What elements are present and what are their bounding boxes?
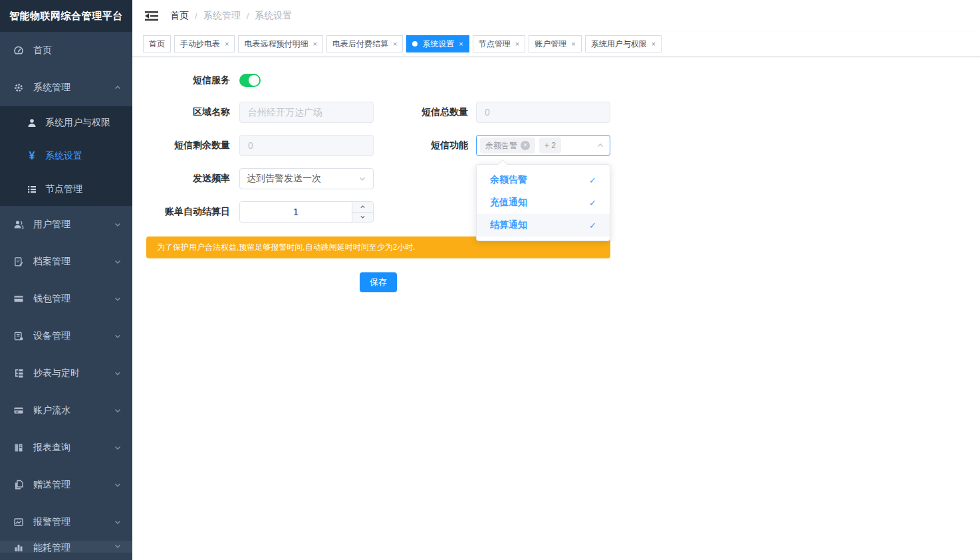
sidebar-item-label: 档案管理 — [33, 256, 70, 268]
tab-postpay-settle[interactable]: 电表后付费结算× — [326, 35, 403, 52]
tab-label: 系统用户与权限 — [591, 39, 647, 50]
send-frequency-select[interactable]: 达到告警发送一次 — [239, 168, 374, 189]
sidebar: 智能物联网综合管理平台 首页 系统管理 系统用户与权限 ¥ 系统设置 节点管理 … — [0, 0, 132, 560]
sidebar-item-node-mgmt[interactable]: 节点管理 — [0, 173, 132, 206]
close-tab-icon[interactable]: × — [312, 41, 316, 48]
chevron-down-icon — [114, 369, 122, 377]
breadcrumb-home[interactable]: 首页 — [170, 10, 189, 22]
sms-function-dropdown: 余额告警✓ 充值通知✓ 结算通知✓ — [476, 164, 610, 241]
tag-label: 余额告警 — [485, 140, 517, 151]
active-tab-dot — [412, 41, 418, 47]
tab-label: 系统设置 — [422, 39, 454, 50]
sidebar-item-user-mgmt[interactable]: 用户管理 — [0, 206, 132, 243]
sms-total-label: 短信总数量 — [374, 106, 468, 118]
close-tab-icon[interactable]: × — [652, 41, 656, 48]
close-tab-icon[interactable]: × — [571, 41, 575, 48]
chevron-down-icon — [114, 258, 122, 266]
tab-account-mgmt[interactable]: 账户管理× — [529, 35, 581, 52]
user-icon — [27, 118, 37, 128]
report-icon — [13, 442, 24, 453]
sidebar-item-home[interactable]: 首页 — [0, 32, 132, 69]
sidebar-item-system-settings[interactable]: ¥ 系统设置 — [0, 140, 132, 173]
dropdown-arrow — [498, 159, 507, 169]
option-recharge-notice[interactable]: 充值通知✓ — [477, 191, 610, 214]
sidebar-item-report-query[interactable]: 报表查询 — [0, 429, 132, 466]
close-tab-icon[interactable]: × — [459, 41, 463, 48]
sidebar-item-label: 赠送管理 — [33, 479, 70, 491]
tab-label: 账户管理 — [535, 39, 566, 50]
tab-system-users[interactable]: 系统用户与权限× — [585, 35, 662, 52]
breadcrumb-separator: / — [247, 11, 249, 21]
sidebar-item-label: 抄表与定时 — [33, 367, 80, 379]
close-tab-icon[interactable]: × — [393, 41, 397, 48]
tab-label: 首页 — [149, 39, 165, 50]
toggle-knob — [249, 75, 259, 86]
sms-service-label: 短信服务 — [146, 74, 230, 86]
sidebar-item-label: 系统用户与权限 — [45, 117, 110, 129]
sidebar-item-system-users[interactable]: 系统用户与权限 — [0, 106, 132, 140]
tab-remote-prepay-detail[interactable]: 电表远程预付明细× — [238, 35, 322, 52]
sidebar-item-label: 能耗管理 — [33, 542, 70, 553]
tab-system-settings[interactable]: 系统设置× — [406, 35, 469, 52]
close-tab-icon[interactable]: × — [515, 41, 519, 48]
sms-total-input[interactable] — [476, 102, 610, 123]
option-label: 余额告警 — [490, 174, 527, 186]
check-icon: ✓ — [589, 221, 596, 231]
sms-service-toggle[interactable] — [239, 74, 261, 87]
sidebar-item-label: 系统管理 — [33, 82, 70, 94]
option-label: 结算通知 — [490, 219, 527, 231]
option-settlement-notice[interactable]: 结算通知✓ — [477, 214, 610, 236]
sidebar-item-gift-mgmt[interactable]: 赠送管理 — [0, 466, 132, 504]
tab-label: 电表远程预付明细 — [244, 39, 308, 50]
sidebar-item-device-mgmt[interactable]: 设备管理 — [0, 318, 132, 355]
area-name-input[interactable] — [239, 102, 374, 123]
chevron-down-icon — [114, 444, 122, 452]
sms-remain-input[interactable] — [239, 135, 374, 156]
bar-chart-icon — [13, 542, 24, 553]
chevron-down-icon — [114, 518, 122, 526]
device-icon — [13, 331, 24, 341]
sidebar-item-meter-reading[interactable]: 抄表与定时 — [0, 355, 132, 392]
chevron-down-icon — [114, 221, 122, 229]
credit-card-icon — [13, 294, 24, 304]
billing-day-input[interactable] — [240, 202, 352, 222]
selected-tag: 余额告警× — [480, 138, 535, 153]
users-icon — [13, 219, 24, 230]
tabs-bar: 首页 手动抄电表× 电表远程预付明细× 电表后付费结算× 系统设置× 节点管理×… — [132, 32, 980, 56]
chevron-down-icon — [114, 407, 122, 415]
sidebar-item-alarm-mgmt[interactable]: 报警管理 — [0, 504, 132, 541]
remove-tag-icon[interactable]: × — [521, 141, 530, 150]
decrease-icon[interactable] — [352, 213, 373, 223]
collapse-sidebar-icon[interactable] — [145, 11, 158, 21]
close-tab-icon[interactable]: × — [225, 41, 229, 48]
sidebar-item-account-flow[interactable]: 账户流水 — [0, 392, 132, 429]
sidebar-item-label: 节点管理 — [45, 183, 82, 195]
sidebar-item-wallet-mgmt[interactable]: 钱包管理 — [0, 280, 132, 318]
app-title: 智能物联网综合管理平台 — [0, 0, 132, 32]
increase-icon[interactable] — [352, 202, 373, 213]
dashboard-icon — [13, 45, 24, 56]
select-value: 达到告警发送一次 — [247, 173, 358, 185]
top-header: 首页 / 系统管理 / 系统设置 — [132, 0, 980, 32]
tab-home[interactable]: 首页 — [143, 35, 171, 52]
more-count-tag: + 2 — [539, 138, 561, 153]
save-button[interactable]: 保存 — [360, 272, 397, 292]
chevron-up-icon — [114, 84, 122, 92]
breadcrumb-system-mgmt[interactable]: 系统管理 — [203, 10, 241, 22]
sms-function-select[interactable]: 余额告警× + 2 — [476, 135, 610, 156]
tab-node-mgmt[interactable]: 节点管理× — [473, 35, 525, 52]
sidebar-item-energy-mgmt[interactable]: 能耗管理 — [0, 541, 132, 553]
check-icon: ✓ — [589, 198, 596, 208]
main-area: 首页 / 系统管理 / 系统设置 首页 手动抄电表× 电表远程预付明细× 电表后… — [132, 0, 980, 560]
chevron-down-icon — [114, 332, 122, 340]
sidebar-item-label: 报表查询 — [33, 442, 70, 454]
tab-manual-meter[interactable]: 手动抄电表× — [174, 35, 235, 52]
sms-function-label: 短信功能 — [374, 140, 468, 151]
sidebar-item-archive-mgmt[interactable]: 档案管理 — [0, 243, 132, 280]
sidebar-item-system-mgmt[interactable]: 系统管理 — [0, 69, 132, 106]
sidebar-item-label: 系统设置 — [45, 150, 82, 162]
option-balance-alert[interactable]: 余额告警✓ — [477, 169, 610, 191]
billing-day-label: 账单自动结算日 — [146, 206, 230, 218]
sidebar-item-label: 报警管理 — [33, 516, 70, 528]
chevron-down-icon — [358, 175, 366, 183]
